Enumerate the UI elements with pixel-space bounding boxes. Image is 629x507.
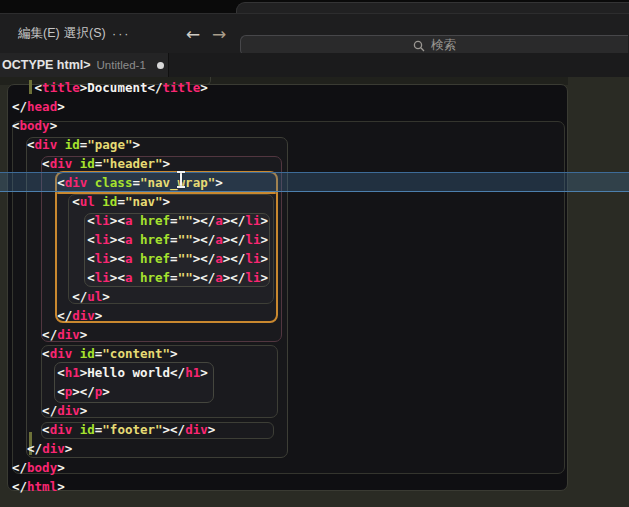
code-line[interactable]: <ul id="nav"> — [12, 192, 268, 211]
title-bar: 編集(E) 選択(S) ··· ← → 検索 — [0, 14, 629, 53]
mouse-ibeam-cursor — [180, 173, 182, 186]
vscode-window: 編集(E) 選択(S) ··· ← → 検索 OCTYPE html> Unti… — [0, 0, 629, 507]
tab-description: Untitled-1 — [97, 59, 146, 71]
code-line[interactable]: </div> — [12, 439, 268, 458]
tab-bar: OCTYPE html> Untitled-1 — [0, 53, 629, 77]
editor-area[interactable]: <title>Document</title></head><body> <di… — [0, 77, 629, 507]
code-line[interactable]: <div id="header"> — [12, 154, 268, 173]
code-text[interactable]: <title>Document</title></head><body> <di… — [12, 78, 268, 496]
code-line[interactable]: <li><a href=""></a></li> — [12, 230, 268, 249]
code-line[interactable]: <li><a href=""></a></li> — [12, 249, 268, 268]
code-line[interactable]: <div id="page"> — [12, 135, 268, 154]
forward-arrow-icon[interactable]: → — [212, 14, 226, 53]
code-line[interactable]: <title>Document</title> — [12, 78, 268, 97]
code-line[interactable]: <h1>Hello world</h1> — [12, 363, 268, 382]
code-line[interactable]: <li><a href=""></a></li> — [12, 268, 268, 287]
code-line[interactable]: </body> — [12, 458, 268, 477]
code-line[interactable]: <div class="nav_wrap"> — [12, 173, 268, 192]
tab-untitled-1[interactable]: OCTYPE html> Untitled-1 — [0, 53, 169, 77]
search-placeholder: 検索 — [431, 37, 456, 54]
code-line[interactable]: <body> — [12, 116, 268, 135]
code-line[interactable]: </div> — [12, 401, 268, 420]
code-line[interactable]: </ul> — [12, 287, 268, 306]
code-line[interactable]: </div> — [12, 306, 268, 325]
code-line[interactable]: <li><a href=""></a></li> — [12, 211, 268, 230]
back-arrow-icon[interactable]: ← — [186, 14, 200, 53]
code-line[interactable]: <div id="footer"></div> — [12, 420, 268, 439]
code-line[interactable]: </head> — [12, 97, 268, 116]
tab-label: OCTYPE html> — [2, 58, 91, 72]
menu-overflow-ellipsis[interactable]: ··· — [106, 14, 137, 53]
unsaved-dot-icon[interactable] — [157, 62, 164, 69]
code-line[interactable]: </html> — [12, 477, 268, 496]
window-top-strip — [0, 0, 629, 14]
search-icon — [413, 40, 425, 52]
code-line[interactable]: <p></p> — [12, 382, 268, 401]
code-line[interactable]: <div id="content"> — [12, 344, 268, 363]
menu-selection[interactable]: 選択(S) — [58, 14, 112, 53]
code-line[interactable]: </div> — [12, 325, 268, 344]
